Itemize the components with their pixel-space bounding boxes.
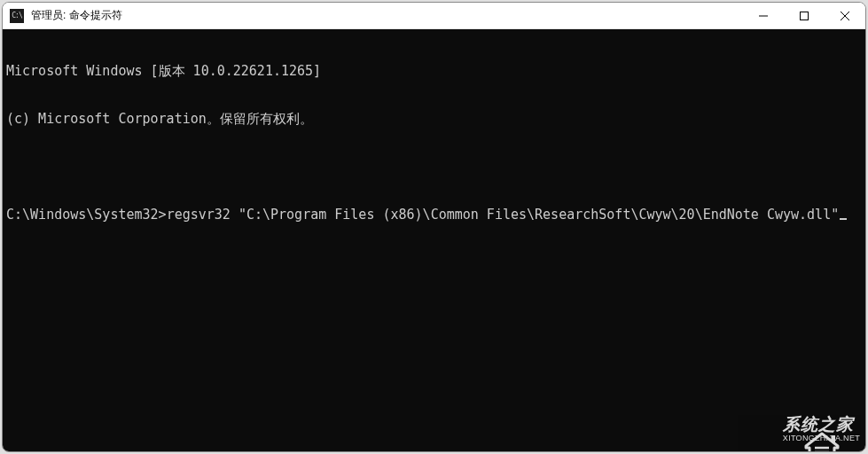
svg-rect-1: [801, 12, 809, 20]
close-icon: [841, 12, 849, 20]
terminal-output-line: (c) Microsoft Corporation。保留所有权利。: [6, 111, 862, 127]
cmd-icon: C:\: [10, 9, 24, 23]
command-prompt-window: C:\ 管理员: 命令提示符 Microsoft Windows [版: [2, 2, 866, 452]
terminal-command-input[interactable]: regsvr32 "C:\Program Files (x86)\Common …: [167, 207, 840, 223]
window-title: 管理员: 命令提示符: [31, 8, 743, 23]
minimize-button[interactable]: [743, 3, 784, 28]
terminal-blank-line: [6, 159, 862, 175]
terminal-body[interactable]: Microsoft Windows [版本 10.0.22621.1265] (…: [3, 29, 865, 451]
maximize-icon: [800, 12, 809, 20]
terminal-prompt: C:\Windows\System32>: [6, 207, 167, 223]
watermark: 系统之家 XITONGZHIJIA.NET: [739, 412, 860, 446]
watermark-logo-icon: [739, 412, 778, 446]
terminal-output-line: Microsoft Windows [版本 10.0.22621.1265]: [6, 63, 862, 79]
maximize-button[interactable]: [784, 3, 825, 28]
close-button[interactable]: [825, 3, 865, 28]
window-controls: [743, 3, 865, 28]
terminal-prompt-line: C:\Windows\System32>regsvr32 "C:\Program…: [6, 207, 862, 223]
minimize-icon: [759, 12, 768, 20]
svg-rect-6: [832, 435, 835, 442]
titlebar[interactable]: C:\ 管理员: 命令提示符: [3, 3, 865, 29]
terminal-cursor: [840, 218, 847, 220]
